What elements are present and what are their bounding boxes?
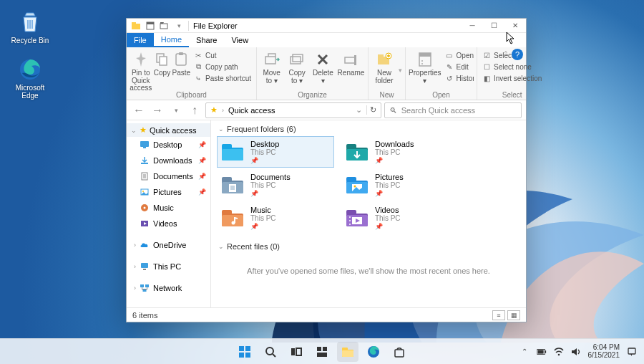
select-none-button[interactable]: ☐Select none: [480, 62, 544, 72]
copy-icon: [154, 51, 171, 68]
qat-properties-icon[interactable]: [145, 21, 155, 31]
pin-icon: [132, 51, 150, 68]
svg-point-61: [349, 224, 351, 225]
up-button[interactable]: ↑: [187, 102, 203, 118]
search-button[interactable]: [260, 342, 281, 362]
desktop-icon-edge[interactable]: Microsoft Edge: [9, 57, 52, 100]
svg-point-66: [266, 348, 273, 355]
tray-battery-icon[interactable]: [537, 347, 547, 357]
pin-to-quick-access-button[interactable]: Pin to Quick access: [130, 49, 152, 90]
paste-button[interactable]: Paste: [172, 49, 191, 77]
svg-rect-78: [545, 350, 546, 353]
search-icon: 🔍︎: [389, 106, 397, 115]
properties-icon: [416, 51, 434, 68]
sidebar-network[interactable]: ›Network: [127, 280, 210, 296]
properties-button[interactable]: Properties ▾: [409, 49, 441, 85]
recent-files-header[interactable]: ⌄Recent files (0): [211, 238, 526, 252]
desktop-icon: [140, 140, 150, 150]
address-dropdown-icon[interactable]: ⌄: [356, 105, 362, 115]
tab-home[interactable]: Home: [154, 33, 189, 47]
svg-rect-1: [132, 24, 140, 29]
recent-locations-button[interactable]: ▾: [168, 102, 184, 118]
svg-point-60: [349, 220, 351, 221]
task-view-button[interactable]: [286, 342, 307, 362]
help-button[interactable]: ?: [512, 49, 523, 60]
folder-tile-pictures[interactable]: PicturesThis PC📌: [341, 169, 459, 201]
refresh-button[interactable]: ↻: [366, 105, 376, 115]
frequent-folders-header[interactable]: ⌄Frequent folders (6): [211, 120, 526, 135]
tray-volume-icon[interactable]: [571, 347, 581, 357]
back-button[interactable]: ←: [131, 102, 147, 118]
view-details-button[interactable]: ≡: [492, 310, 505, 320]
taskbar-store[interactable]: [389, 342, 410, 362]
invert-selection-button[interactable]: ◧Invert selection: [480, 73, 544, 83]
taskbar-edge[interactable]: [363, 342, 384, 362]
copy-path-button[interactable]: ⧉Copy path: [192, 62, 253, 72]
downloads-folder-icon: [345, 141, 369, 163]
sidebar-this-pc[interactable]: ›This PC: [127, 259, 210, 274]
group-label-new: New: [371, 90, 402, 99]
svg-rect-23: [143, 147, 146, 148]
new-item-dropdown[interactable]: ▾: [399, 67, 402, 74]
music-icon: [140, 203, 150, 213]
sidebar-onedrive[interactable]: ›OneDrive: [127, 237, 210, 253]
folder-tile-music[interactable]: MusicThis PC📌: [217, 202, 334, 234]
sidebar-item-videos[interactable]: Videos: [127, 216, 210, 231]
taskbar-file-explorer[interactable]: [337, 342, 358, 362]
edit-button[interactable]: ✎Edit: [443, 62, 474, 72]
rename-button[interactable]: Rename: [337, 49, 365, 77]
sidebar-item-desktop[interactable]: Desktop📌: [127, 137, 210, 153]
tab-view[interactable]: View: [224, 33, 255, 47]
move-to-button[interactable]: Move to ▾: [260, 49, 283, 85]
svg-rect-68: [296, 348, 301, 355]
paste-shortcut-button[interactable]: ⤷Paste shortcut: [192, 73, 253, 83]
sidebar-item-pictures[interactable]: Pictures📌: [127, 184, 210, 200]
tray-notifications-icon[interactable]: [627, 347, 637, 357]
svg-rect-71: [317, 353, 327, 357]
music-folder-icon: [220, 207, 245, 229]
qat-dropdown-icon[interactable]: ▾: [174, 21, 184, 31]
history-button[interactable]: ↺History: [443, 73, 474, 83]
qat-new-folder-icon[interactable]: [160, 21, 170, 31]
forward-button[interactable]: →: [150, 102, 165, 118]
delete-button[interactable]: Delete ▾: [311, 49, 336, 85]
sidebar-item-music[interactable]: Music: [127, 200, 210, 216]
move-to-icon: [263, 51, 280, 68]
svg-rect-32: [143, 269, 146, 270]
copy-to-button[interactable]: Copy to ▾: [285, 49, 308, 85]
close-button[interactable]: ✕: [504, 19, 526, 33]
tab-share[interactable]: Share: [189, 33, 224, 47]
widgets-button[interactable]: [311, 342, 333, 362]
view-large-icons-button[interactable]: ▦: [507, 310, 520, 320]
folder-tile-documents[interactable]: DocumentsThis PC📌: [217, 169, 334, 201]
pin-icon: 📌: [198, 141, 206, 148]
cut-button[interactable]: ✂Cut: [192, 50, 253, 60]
copy-button[interactable]: Copy: [154, 49, 171, 77]
folder-tile-videos[interactable]: VideosThis PC📌: [341, 202, 459, 234]
desktop-icon-recycle-bin[interactable]: Recycle Bin: [9, 10, 52, 44]
search-box[interactable]: 🔍︎ Search Quick access: [384, 102, 522, 118]
sidebar-quick-access[interactable]: ⌄★Quick access: [127, 123, 210, 137]
sidebar-item-documents[interactable]: Documents📌: [127, 168, 210, 184]
pin-icon: 📌: [198, 188, 206, 196]
svg-rect-63: [245, 346, 250, 351]
sidebar-item-downloads[interactable]: Downloads📌: [127, 153, 210, 168]
titlebar: ▾ File Explorer ─ ☐ ✕: [127, 19, 526, 33]
paste-icon: [172, 51, 190, 68]
collapse-ribbon-icon[interactable]: ⌃: [503, 50, 509, 57]
window-title: File Explorer: [189, 21, 462, 30]
start-button[interactable]: [234, 342, 255, 362]
maximize-button[interactable]: ☐: [483, 19, 504, 33]
open-button[interactable]: ▭Open ▾: [443, 50, 474, 60]
tab-file[interactable]: File: [127, 33, 154, 47]
tray-clock[interactable]: 6:04 PM 6/15/2021: [588, 344, 620, 359]
minimize-button[interactable]: ─: [462, 19, 483, 33]
new-folder-button[interactable]: New folder: [371, 49, 397, 85]
folder-tile-downloads[interactable]: DownloadsThis PC📌: [341, 136, 459, 168]
svg-rect-2: [132, 22, 136, 24]
address-bar[interactable]: ★ › Quick access ⌄ ↻: [205, 102, 381, 118]
folder-tile-desktop[interactable]: DesktopThis PC📌: [217, 136, 334, 168]
tray-wifi-icon[interactable]: [554, 347, 564, 357]
tray-chevron-icon[interactable]: ⌃: [519, 347, 530, 357]
rename-icon: [343, 51, 360, 68]
